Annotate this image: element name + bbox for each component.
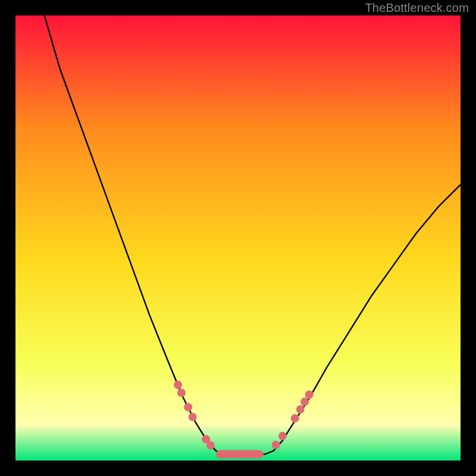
trough-marker-pill (216, 450, 264, 459)
data-marker (174, 381, 182, 389)
data-marker (177, 389, 186, 397)
data-marker (272, 441, 280, 449)
data-marker (278, 432, 287, 440)
data-marker (291, 414, 299, 422)
chart-frame (15, 15, 461, 461)
data-marker (300, 397, 309, 406)
data-marker (206, 441, 215, 450)
data-marker (184, 403, 192, 411)
data-marker (296, 405, 305, 414)
bottleneck-chart (15, 15, 461, 461)
gradient-background (15, 15, 461, 461)
watermark-text: TheBottleneck.com (365, 1, 469, 15)
data-marker (189, 413, 197, 421)
data-marker (305, 390, 314, 399)
